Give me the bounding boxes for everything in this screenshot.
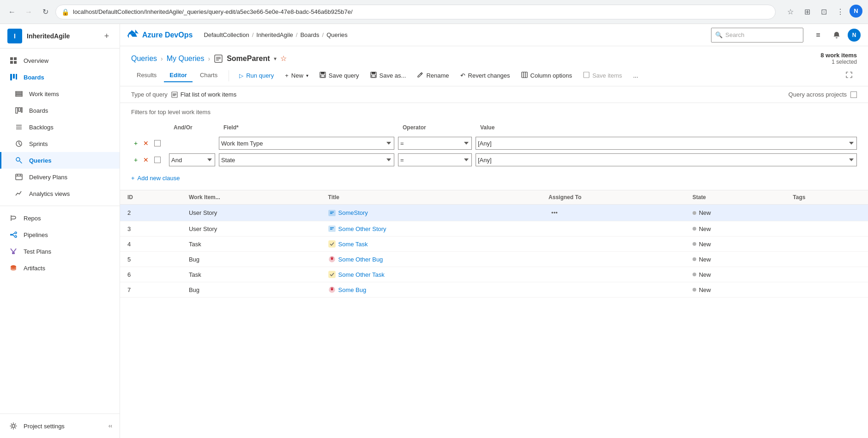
breadcrumb-item-1[interactable]: InheritedAgile — [256, 31, 293, 38]
add-org-button[interactable]: + — [101, 30, 112, 42]
table-row[interactable]: 6 Task Some Other Task New — [120, 267, 868, 282]
table-row[interactable]: 4 Task Some Task New — [120, 237, 868, 252]
svg-point-63 — [331, 288, 333, 291]
sidebar-item-work-items[interactable]: Work items — [0, 85, 120, 102]
sidebar-item-repos[interactable]: Repos — [0, 210, 120, 226]
search-bar[interactable]: 🔍 Search — [711, 28, 803, 43]
svg-rect-2 — [10, 61, 13, 64]
page-title-chevron[interactable]: ▾ — [274, 55, 277, 62]
work-item-link[interactable]: Some Other Bug — [328, 256, 534, 263]
breadcrumb-item-0[interactable]: DefaultCollection — [204, 31, 249, 38]
azure-devops-icon — [127, 30, 139, 41]
type-value[interactable]: Flat list of work items — [171, 91, 236, 98]
col-state[interactable]: State — [685, 190, 786, 205]
filter-checkbox-1[interactable] — [154, 157, 161, 163]
work-item-link[interactable]: SomeStory — [328, 209, 534, 217]
extensions-button[interactable]: ⊞ — [800, 5, 814, 19]
sidebar-item-boards-sub[interactable]: Boards — [0, 102, 120, 119]
more-menu-button[interactable]: ⋮ — [833, 5, 848, 19]
svg-line-26 — [12, 233, 14, 235]
state-dot — [693, 257, 696, 261]
sidebar-nav: Overview Boards Work items — [0, 49, 120, 414]
reload-button[interactable]: ↻ — [39, 6, 52, 18]
filter-op-select-1[interactable]: = != In Not In — [398, 153, 472, 166]
more-button[interactable]: ... — [628, 70, 643, 81]
sidebar-item-sprints[interactable]: Sprints — [0, 135, 120, 152]
row-more-btn[interactable]: ••• — [549, 208, 561, 217]
azure-devops-logo[interactable]: Azure DevOps — [127, 30, 193, 41]
forward-button[interactable]: → — [22, 6, 35, 18]
svg-rect-39 — [321, 75, 325, 77]
address-bar[interactable]: 🔒 localhost/DefaultCollection/InheritedA… — [55, 5, 776, 19]
rename-button[interactable]: Rename — [412, 69, 453, 82]
bookmark-button[interactable]: ☆ — [783, 5, 798, 19]
sidebar-item-pipelines[interactable]: Pipelines — [0, 226, 120, 243]
notification-button[interactable] — [829, 28, 844, 43]
svg-rect-44 — [522, 72, 527, 78]
svg-line-43 — [421, 73, 422, 74]
tab-editor[interactable]: Editor — [164, 69, 193, 82]
expand-button[interactable] — [841, 69, 857, 82]
tab-charts[interactable]: Charts — [194, 69, 223, 82]
sidebar-item-backlogs[interactable]: Backlogs — [0, 119, 120, 135]
filter-field-select-0[interactable]: Work Item Type State Title Assigned To — [219, 137, 394, 150]
save-items-button[interactable]: Save items — [579, 69, 627, 82]
filter-val-select-0[interactable]: [Any] User Story Task Bug Feature Epic — [476, 137, 857, 150]
cell-id: 6 — [120, 267, 181, 282]
svg-rect-47 — [584, 72, 589, 78]
col-id[interactable]: ID — [120, 190, 181, 205]
work-item-link[interactable]: Some Task — [328, 240, 534, 248]
tab-results[interactable]: Results — [131, 69, 162, 82]
query-across-checkbox[interactable] — [850, 91, 857, 98]
sidebar-item-queries[interactable]: Queries — [0, 152, 120, 169]
sidebar-item-analytics-views[interactable]: Analytics views — [0, 185, 120, 202]
page-breadcrumb-my-queries[interactable]: My Queries — [167, 55, 205, 63]
filter-op-select-0[interactable]: = != In Not In — [398, 137, 472, 150]
col-title[interactable]: Title — [321, 190, 542, 205]
new-button[interactable]: + New ▾ — [280, 70, 313, 81]
profile-menu-button[interactable]: ⊡ — [816, 5, 831, 19]
filter-del-btn-0[interactable]: ✕ — [141, 139, 151, 148]
column-options-button[interactable]: Column options — [517, 69, 577, 82]
work-item-link[interactable]: Some Other Task — [328, 271, 534, 278]
sidebar-item-boards-header[interactable]: Boards — [0, 69, 120, 85]
save-as-button[interactable]: Save as... — [366, 69, 411, 82]
filter-checkbox-0[interactable] — [154, 140, 161, 146]
sidebar-item-project-settings[interactable]: Project settings ‹‹ — [0, 418, 120, 434]
breadcrumb-item-2[interactable]: Boards — [300, 31, 319, 38]
sidebar-item-overview[interactable]: Overview — [0, 52, 120, 69]
add-clause-button[interactable]: + Add new clause — [131, 172, 180, 184]
filter-add-btn-0[interactable]: + — [131, 139, 140, 148]
revert-button[interactable]: ↶ Revert changes — [456, 70, 515, 81]
sidebar-item-label-pipelines: Pipelines — [24, 231, 48, 238]
filter-del-btn-1[interactable]: ✕ — [141, 155, 151, 164]
sidebar-item-artifacts[interactable]: Artifacts — [0, 260, 120, 276]
user-avatar[interactable]: N — [848, 29, 861, 42]
filter-add-btn-1[interactable]: + — [131, 155, 140, 164]
table-row[interactable]: 2 User Story SomeStory ••• New — [120, 205, 868, 221]
work-item-link[interactable]: Some Other Story — [328, 225, 534, 232]
breadcrumb-item-3[interactable]: Queries — [326, 31, 348, 38]
sidebar-item-test-plans[interactable]: Test Plans — [0, 243, 120, 260]
filter-andor-select-1[interactable]: And Or — [169, 153, 215, 166]
layout-button[interactable]: ≡ — [811, 28, 826, 43]
col-assigned-to[interactable]: Assigned To — [541, 190, 685, 205]
back-button[interactable]: ← — [6, 6, 18, 18]
favorite-button[interactable]: ☆ — [280, 54, 287, 63]
table-row[interactable]: 5 Bug Some Other Bug New — [120, 252, 868, 267]
table-row[interactable]: 3 User Story Some Other Story New — [120, 221, 868, 237]
col-tags[interactable]: Tags — [785, 190, 868, 205]
table-row[interactable]: 7 Bug Some Bug New — [120, 282, 868, 298]
bug-icon — [328, 256, 336, 263]
svg-point-24 — [15, 232, 17, 234]
sidebar-item-delivery-plans[interactable]: Delivery Plans — [0, 169, 120, 185]
browser-profile[interactable]: N — [850, 5, 862, 18]
filter-field-select-1[interactable]: State Work Item Type Title Assigned To — [219, 153, 394, 166]
col-work-item-type[interactable]: Work Item... — [181, 190, 321, 205]
save-query-button[interactable]: Save query — [315, 69, 364, 82]
cell-type: Bug — [181, 252, 321, 267]
work-item-link[interactable]: Some Bug — [328, 286, 534, 293]
page-breadcrumb-queries[interactable]: Queries — [131, 55, 157, 63]
run-query-button[interactable]: ▷ Run query — [235, 70, 278, 81]
filter-val-select-1[interactable]: [Any] New Active Resolved Closed — [476, 153, 857, 166]
